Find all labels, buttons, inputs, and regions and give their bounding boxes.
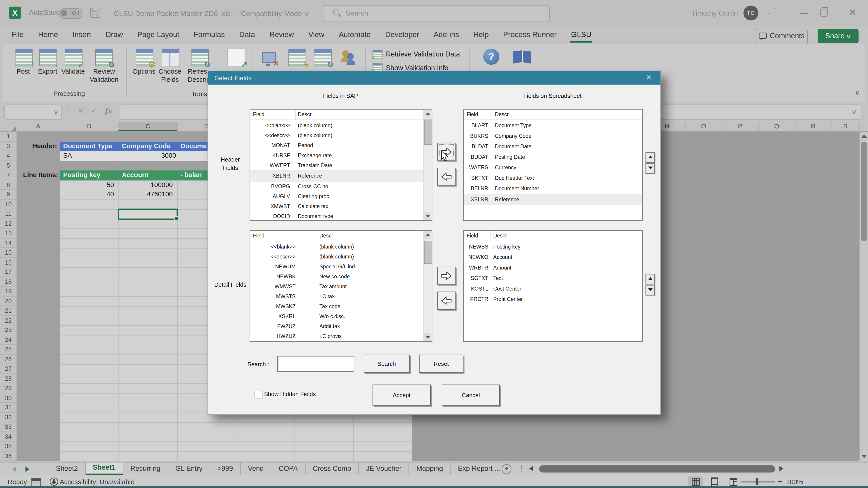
restore-button[interactable] xyxy=(820,9,828,17)
move-left-button[interactable] xyxy=(437,292,456,310)
row-header[interactable]: 3 xyxy=(0,141,17,151)
sheet-tab[interactable]: Vend xyxy=(241,462,272,475)
cell-b8[interactable]: 50 xyxy=(60,180,119,190)
retrieve-validation-data-button[interactable]: Retrieve Validation Data xyxy=(386,51,460,58)
list-item[interactable]: NEWBSPosting key xyxy=(464,241,642,252)
post-button[interactable]: Post xyxy=(9,68,37,76)
tab-scroll-left-icon[interactable] xyxy=(12,466,16,472)
autosave-toggle[interactable]: Off xyxy=(59,8,83,19)
ribbon-tab[interactable]: File xyxy=(4,26,31,44)
row-header[interactable]: 32 xyxy=(0,413,17,422)
zoom-out-button[interactable]: − xyxy=(733,477,737,486)
validate-button[interactable]: Validate xyxy=(57,68,90,76)
cell-c8[interactable]: 100000 xyxy=(119,180,177,190)
list-item[interactable]: FWZUZAddit.tax xyxy=(250,321,424,331)
confirm-entry-icon[interactable]: ✓ xyxy=(91,106,97,115)
cell-a3[interactable]: Header: xyxy=(17,141,60,151)
review-validation-icon[interactable]: ↻ xyxy=(95,49,113,66)
move-left-button[interactable] xyxy=(437,168,456,186)
column-header[interactable]: Q xyxy=(758,122,796,131)
row-header[interactable]: 14 xyxy=(0,238,17,248)
scroll-up-icon[interactable] xyxy=(424,231,431,239)
list-item[interactable]: NEWKOAccount xyxy=(464,252,642,262)
excel-app-icon[interactable]: X xyxy=(9,6,21,19)
selected-cell-c11[interactable] xyxy=(118,208,178,220)
choose-fields-icon[interactable]: → xyxy=(162,49,179,66)
select-all-corner[interactable] xyxy=(11,126,16,131)
row-header[interactable]: 31 xyxy=(0,403,17,413)
list-item[interactable]: XBLNRReference xyxy=(250,170,424,181)
page-layout-view-button[interactable] xyxy=(707,477,722,487)
list-item[interactable]: XMWSTCalculate tax xyxy=(250,201,424,211)
list-item[interactable]: MWSTSLC tax xyxy=(250,291,424,301)
row-header[interactable]: 15 xyxy=(0,248,17,258)
column-header[interactable]: P xyxy=(722,122,759,131)
dialog-search-input[interactable] xyxy=(277,356,354,372)
list-item[interactable]: WAERSCurrency xyxy=(464,162,642,173)
list-item[interactable]: AUGLVClearing proc. xyxy=(250,191,424,201)
dialog-title-bar[interactable]: Select Fields ✕ xyxy=(208,71,660,85)
spreadsheet-detail-fields-list[interactable]: FieldDescr NEWBSPosting key NEWKOAccount… xyxy=(463,230,643,342)
dialog-search-button[interactable]: Search xyxy=(364,355,410,373)
column-header[interactable]: B xyxy=(60,122,119,131)
list-item[interactable]: KOSTLCost Center xyxy=(464,283,642,294)
move-down-button[interactable] xyxy=(646,285,655,295)
vertical-scrollbar-thumb[interactable] xyxy=(861,142,867,241)
ribbon-tab[interactable]: Add-ins xyxy=(426,26,466,44)
scroll-up-icon[interactable] xyxy=(862,134,867,138)
row-header[interactable]: 10 xyxy=(0,199,17,209)
sap-header-fields-list[interactable]: FieldDescr <<blank>>(blank column) <<des… xyxy=(250,109,432,221)
close-button[interactable]: ✕ xyxy=(847,8,858,18)
list-item[interactable]: NEWUMSpecial G/L ind xyxy=(250,261,424,271)
row-header[interactable]: 27 xyxy=(0,364,17,374)
ribbon-tab[interactable]: Data xyxy=(232,26,262,44)
sap-detail-fields-list[interactable]: FieldDescr <<blank>>(blank column) <<des… xyxy=(250,230,432,342)
quick-post-icon[interactable]: ϟ xyxy=(288,49,306,66)
row-header[interactable]: 23 xyxy=(0,325,17,335)
name-box[interactable]: ∨ xyxy=(4,105,62,120)
macro-record-icon[interactable] xyxy=(31,478,41,486)
accept-button[interactable]: Accept xyxy=(373,385,431,405)
scroll-up-icon[interactable] xyxy=(424,109,431,118)
row-header[interactable]: 20 xyxy=(0,296,17,306)
column-header[interactable]: C xyxy=(119,122,178,131)
list-item[interactable]: <<blank>>(blank column) xyxy=(250,241,424,251)
ribbon-tab[interactable]: View xyxy=(301,26,332,44)
row-header[interactable]: 25 xyxy=(0,345,17,355)
column-header[interactable]: O xyxy=(685,122,722,131)
insert-function-icon[interactable]: fx xyxy=(105,106,112,116)
row-header[interactable]: 28 xyxy=(0,374,17,383)
sheet-tab[interactable]: Sheet2 xyxy=(49,462,86,475)
options-icon[interactable]: ⚙ xyxy=(135,49,153,66)
move-down-button[interactable] xyxy=(646,163,655,174)
row-header[interactable]: 5 xyxy=(0,161,17,170)
list-item[interactable]: <<descr>>(blank column) xyxy=(250,130,424,140)
ribbon-tab[interactable]: Page Layout xyxy=(130,26,186,44)
scrollbar-thumb[interactable] xyxy=(424,120,432,145)
hscroll-left-icon[interactable] xyxy=(529,466,533,471)
sheet-tab[interactable]: COPA xyxy=(272,462,306,475)
row-header[interactable]: 34 xyxy=(0,432,17,442)
dialog-close-icon[interactable]: ✕ xyxy=(644,71,654,85)
row-header[interactable]: 21 xyxy=(0,306,17,316)
cell-c9[interactable]: 4760100 xyxy=(119,190,177,199)
row-header[interactable]: 13 xyxy=(0,228,17,238)
feedback-megaphone-icon[interactable] xyxy=(768,8,780,18)
list-item[interactable]: KURSFExchange rate xyxy=(250,150,424,160)
title-chevron-icon[interactable]: ∨ xyxy=(304,11,310,18)
post-icon[interactable]: ↑ xyxy=(15,49,33,66)
choose-fields-button[interactable]: ChooseFields xyxy=(156,68,184,84)
list-scrollbar[interactable] xyxy=(423,109,432,220)
cell-c4[interactable]: 3000 xyxy=(119,151,180,161)
share-button[interactable]: Share ∨ xyxy=(817,29,859,43)
avatar[interactable]: TC xyxy=(743,5,758,20)
validate-icon[interactable]: ✓ xyxy=(65,49,83,66)
list-item[interactable]: MWSKZTax code xyxy=(250,301,424,311)
scrollbar-thumb[interactable] xyxy=(424,240,432,264)
list-item[interactable]: BUDATPosting Date xyxy=(464,152,642,162)
cell-b9[interactable]: 40 xyxy=(60,190,119,199)
sheet-tab[interactable]: Cross Comp xyxy=(305,462,359,475)
list-item[interactable]: DOCIDDocument type xyxy=(250,211,424,220)
list-item[interactable]: <<descr>>(blank column) xyxy=(250,251,424,261)
list-item[interactable]: XSKRLW/o c.disc. xyxy=(250,311,424,321)
